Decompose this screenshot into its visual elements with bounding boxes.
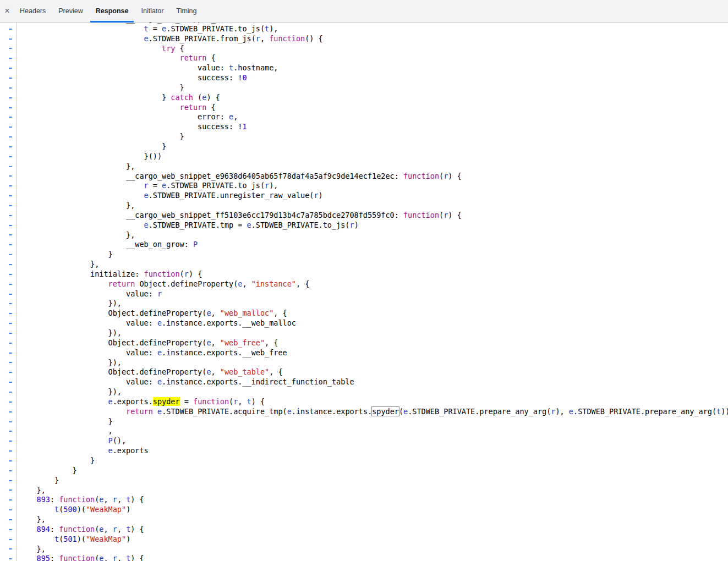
code-token: e	[157, 318, 162, 327]
code-token: ,	[103, 495, 112, 504]
code-line: Object.defineProperty(e, "web_table", {	[0, 367, 728, 377]
code-token: .STDWEB_PRIVATE.from_js(	[149, 34, 256, 43]
tab-timing[interactable]: Timing	[171, 0, 202, 22]
code-line: t = e.STDWEB_PRIVATE.to_js(t),	[0, 24, 728, 34]
code-token: }	[19, 417, 113, 426]
code-line: },	[0, 201, 728, 211]
code-token: value:	[19, 318, 157, 327]
code-token: }	[19, 142, 166, 151]
devtools-network-detail-panel: × Headers Preview Response Initiator Tim…	[0, 0, 728, 561]
code-token: )	[354, 221, 359, 229]
code-token: ,	[117, 495, 126, 504]
code-token: initialize:	[19, 270, 144, 278]
code-token: P	[193, 240, 198, 249]
code-line: 895: function(e, r, t) {	[0, 554, 728, 561]
search-match-current: spyder	[153, 397, 180, 406]
code-line: error: e,	[0, 112, 728, 122]
code-token: r	[184, 270, 189, 278]
code-token: function	[193, 397, 229, 406]
code-token	[19, 446, 108, 455]
code-token: , {	[296, 279, 309, 288]
code-token: e	[206, 338, 211, 347]
code-token: }	[19, 93, 171, 102]
code-token	[19, 535, 54, 543]
code-token: return	[108, 279, 135, 288]
code-token: ),	[269, 181, 278, 190]
code-line: }	[0, 132, 728, 142]
code-token: },	[19, 260, 99, 268]
code-token: 895	[37, 554, 50, 561]
code-token: e	[157, 348, 162, 357]
code-line: }	[0, 142, 728, 152]
code-token: r	[113, 495, 117, 504]
code-token: __cargo_web_snippet_e9638d6405ab65f78daf…	[19, 172, 403, 180]
code-token: },	[19, 515, 46, 524]
code-token: =	[180, 397, 193, 406]
code-line: r = e.STDWEB_PRIVATE.to_js(r),	[0, 181, 728, 191]
tab-response[interactable]: Response	[90, 0, 134, 22]
code-token: (),	[113, 436, 126, 445]
code-token: ,	[117, 554, 126, 561]
code-token: function	[144, 270, 180, 278]
code-token: , {	[269, 367, 282, 376]
code-token: t	[265, 24, 269, 33]
code-token	[19, 525, 37, 534]
tab-initiator[interactable]: Initiator	[135, 0, 169, 22]
code-line: __cargo_web_snippet_ff5103e6cc179d13b4c7…	[0, 211, 728, 221]
code-token: value:	[19, 289, 157, 298]
tab-preview[interactable]: Preview	[53, 0, 88, 22]
code-token	[19, 191, 144, 200]
code-token: .STDWEB_PRIVATE.unregister_raw_value(	[149, 191, 314, 200]
tab-headers[interactable]: Headers	[14, 0, 51, 22]
code-token: .hostname,	[233, 63, 278, 72]
code-line: value: t.hostname,	[0, 63, 728, 73]
code-token: return	[126, 407, 153, 416]
code-line: }())	[0, 152, 728, 162]
code-token: success: !	[19, 73, 242, 82]
code-token: "web_malloc"	[220, 309, 274, 317]
code-line: e.STDWEB_PRIVATE.tmp = e.STDWEB_PRIVATE.…	[0, 221, 728, 230]
code-token: , {	[265, 338, 278, 347]
code-token	[19, 436, 108, 445]
code-token: __cargo_web_snippet_8c32019649bb581b1b74…	[19, 23, 403, 23]
code-line: initialize: function(r) {	[0, 270, 728, 279]
code-token: e	[229, 112, 233, 121]
code-line: t(501)("WeakMap")	[0, 535, 728, 544]
code-line: e.STDWEB_PRIVATE.unregister_raw_value(r)	[0, 191, 728, 201]
close-icon[interactable]: ×	[0, 0, 14, 22]
code-token: ,	[448, 23, 457, 23]
code-token: (	[439, 211, 444, 219]
code-token: r	[314, 191, 318, 200]
code-line: 893: function(e, r, t) {	[0, 495, 728, 505]
code-token: {	[206, 103, 215, 112]
code-token: ,	[19, 426, 113, 435]
code-token: function	[269, 34, 305, 43]
code-token: }())	[19, 152, 162, 161]
code-line: }),	[0, 328, 728, 338]
code-token: ,	[233, 112, 238, 121]
code-lines: __cargo_web_snippet_8c32019649bb581b1b74…	[0, 23, 728, 561]
code-token: },	[19, 162, 135, 170]
code-line: Object.defineProperty(e, "web_malloc", {	[0, 309, 728, 318]
code-token: e	[247, 221, 251, 229]
code-token: =	[149, 24, 162, 33]
code-token: () {	[305, 34, 323, 43]
code-token: }),	[19, 299, 122, 307]
code-token: 501	[63, 535, 76, 543]
code-line: try {	[0, 44, 728, 54]
code-token: .STDWEB_PRIVATE.prepare_any_arg(	[573, 407, 716, 416]
code-token: e	[569, 407, 573, 416]
code-line: return e.STDWEB_PRIVATE.acquire_tmp(e.in…	[0, 407, 728, 417]
code-token: "web_free"	[220, 338, 265, 347]
code-token: 894	[37, 525, 50, 534]
code-token: }),	[19, 387, 122, 396]
response-source-viewer[interactable]: __cargo_web_snippet_8c32019649bb581b1b74…	[0, 23, 728, 561]
code-line: P(),	[0, 436, 728, 446]
code-token: ,	[103, 525, 112, 534]
code-line: value: e.instance.exports.__web_free	[0, 348, 728, 358]
code-token	[19, 53, 180, 62]
code-line: value: e.instance.exports.__indirect_fun…	[0, 377, 728, 387]
code-token: .exports.	[113, 397, 153, 406]
code-token: .STDWEB_PRIVATE.to_js(	[166, 24, 265, 33]
code-token	[19, 279, 108, 288]
